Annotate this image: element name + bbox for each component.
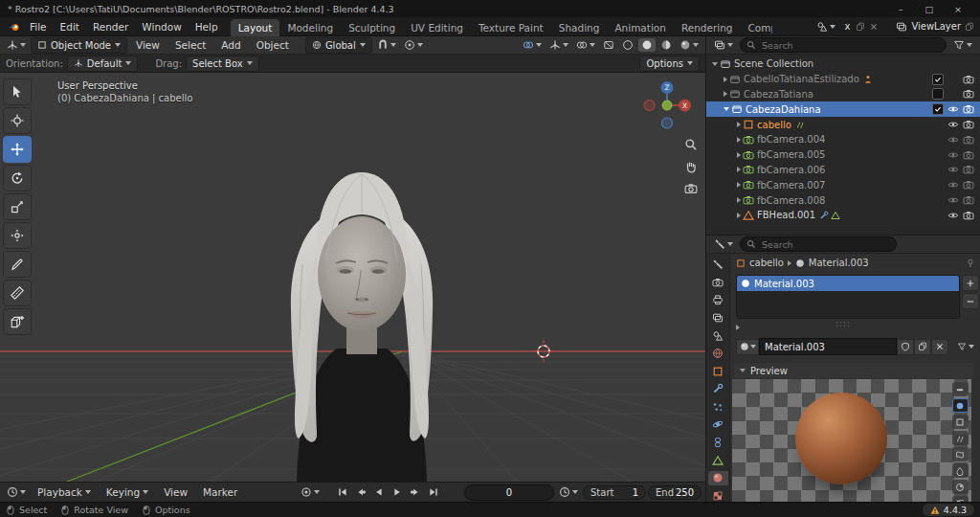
render-visibility-icon[interactable]	[963, 119, 974, 130]
marker-menu[interactable]: Marker	[196, 486, 244, 498]
preview-sphere-button[interactable]	[952, 398, 969, 413]
close-button[interactable]: ×	[944, 4, 972, 14]
maximize-button[interactable]: □	[915, 4, 944, 14]
hide-eye-icon[interactable]	[947, 210, 959, 221]
browse-material-button[interactable]	[736, 339, 759, 355]
material-slot-row[interactable]: Material.003	[737, 276, 959, 291]
scene-new-icon[interactable]	[856, 22, 865, 32]
expand-icon[interactable]	[724, 107, 729, 111]
tab-output[interactable]	[708, 293, 728, 307]
expand-icon[interactable]	[712, 62, 718, 66]
menu-help[interactable]: Help	[189, 21, 225, 33]
menu-select[interactable]: Select	[168, 39, 212, 51]
view-menu[interactable]: View	[157, 486, 194, 498]
outliner-filter-button[interactable]	[950, 38, 975, 52]
snap-toggle[interactable]	[374, 38, 399, 52]
tab-material[interactable]	[708, 471, 728, 485]
pan-hand-icon[interactable]	[684, 160, 698, 173]
visibility-dropdown[interactable]	[520, 38, 545, 52]
expand-icon[interactable]	[737, 167, 741, 172]
version-badge[interactable]: 4.4.3	[923, 504, 974, 516]
expand-icon[interactable]	[737, 122, 741, 127]
render-visibility-icon[interactable]	[963, 194, 974, 206]
render-visibility-icon[interactable]	[963, 164, 974, 175]
next-keyframe-button[interactable]	[407, 485, 423, 500]
menu-object[interactable]: Object	[250, 39, 296, 51]
render-visibility-icon[interactable]	[963, 103, 974, 115]
add-slot-button[interactable]	[962, 275, 979, 291]
workspace-tab-modeling[interactable]: Modeling	[279, 19, 341, 36]
render-visibility-icon[interactable]	[963, 149, 974, 161]
pin-icon[interactable]	[966, 258, 975, 268]
hide-eye-icon[interactable]	[947, 179, 959, 191]
tool-rotate[interactable]	[3, 165, 32, 191]
outliner-row-cabezatatiana[interactable]: CabezaTatiana	[706, 87, 980, 102]
workspace-tab-rendering[interactable]: Rendering	[674, 19, 741, 36]
properties-search-input[interactable]	[760, 238, 890, 251]
material-slot-list[interactable]: Material.003	[736, 275, 960, 319]
preview-flat-button[interactable]	[952, 382, 969, 396]
drag-dropdown[interactable]: Select Box	[186, 56, 259, 72]
scene-browse-button[interactable]	[813, 20, 838, 34]
play-reverse-button[interactable]	[370, 485, 387, 500]
prev-keyframe-button[interactable]	[352, 485, 368, 500]
view-layer-new-icon[interactable]	[965, 22, 974, 32]
hide-eye-icon[interactable]	[947, 134, 959, 146]
render-visibility-icon[interactable]	[963, 179, 974, 191]
head-model[interactable]	[291, 172, 433, 482]
view-layer-name[interactable]: ViewLayer	[911, 21, 961, 32]
shading-wireframe-button[interactable]	[619, 38, 636, 52]
ortho-toggle-icon[interactable]	[684, 204, 698, 217]
scene-unlink-icon[interactable]	[869, 22, 879, 32]
viewport-3d[interactable]: User Perspective (0) CabezaDahiana | cab…	[0, 73, 705, 482]
shading-rendered-button[interactable]	[677, 38, 702, 52]
tab-particles[interactable]	[708, 400, 728, 415]
menu-add[interactable]: Add	[214, 39, 247, 51]
play-button[interactable]	[389, 485, 405, 500]
tool-transform[interactable]	[3, 222, 32, 249]
workspace-tab-layout[interactable]: Layout	[231, 19, 280, 36]
outliner-row-cabello[interactable]: cabello	[706, 117, 980, 132]
expand-icon[interactable]	[737, 213, 741, 218]
tool-annotate[interactable]	[3, 251, 32, 278]
workspace-tab-texture-paint[interactable]: Texture Paint	[471, 19, 551, 36]
outliner-row-scene-collection[interactable]: Scene Collection	[706, 56, 980, 72]
preview-cloth-button[interactable]	[952, 447, 969, 461]
expand-icon[interactable]	[737, 152, 741, 158]
transform-orientation-dropdown[interactable]: Global	[305, 37, 372, 54]
keying-menu[interactable]: Keying	[100, 486, 155, 498]
menu-view[interactable]: View	[129, 39, 167, 51]
tab-object-data[interactable]	[708, 453, 728, 467]
preview-panel-header[interactable]: Preview	[734, 363, 973, 378]
render-visibility-icon[interactable]	[963, 88, 974, 100]
fake-user-button[interactable]	[897, 339, 914, 355]
tool-select-box[interactable]	[3, 79, 32, 105]
zoom-icon[interactable]	[684, 138, 698, 151]
outliner-row-fbhead[interactable]: FBHead.001	[706, 208, 980, 223]
hide-eye-icon[interactable]	[947, 149, 959, 161]
remove-slot-button[interactable]	[962, 293, 979, 309]
hide-eye-icon[interactable]	[947, 103, 959, 115]
unlink-material-button[interactable]	[931, 339, 948, 355]
properties-search[interactable]	[740, 236, 897, 252]
frame-start-field[interactable]: Start1	[583, 485, 646, 500]
exclude-checkbox[interactable]	[932, 88, 944, 100]
menu-edit[interactable]: Edit	[54, 21, 86, 33]
timeline-editor-type-button[interactable]	[4, 485, 29, 499]
use-preview-range-toggle[interactable]	[556, 485, 581, 499]
tab-tool[interactable]	[708, 258, 728, 272]
expand-icon[interactable]	[724, 77, 727, 82]
tool-move[interactable]	[3, 136, 32, 163]
resize-grip[interactable]: ::::	[835, 319, 851, 328]
outliner-row-fbcamera008[interactable]: fbCamera.008	[706, 192, 980, 208]
workspace-tab-animation[interactable]: Animation	[607, 19, 674, 36]
preview-hair-button[interactable]	[952, 431, 969, 445]
navigation-gizmo[interactable]: Z X	[642, 80, 692, 130]
outliner-row-fbcamera005[interactable]: fbCamera.005	[706, 147, 980, 163]
outliner-row-fbcamera006[interactable]: fbCamera.006	[706, 163, 980, 178]
blender-logo-icon[interactable]	[8, 20, 21, 34]
datablock-filter-button[interactable]	[954, 341, 977, 352]
tab-object[interactable]	[708, 364, 728, 378]
outliner-row-fbcamera007[interactable]: fbCamera.007	[706, 177, 980, 192]
preview-shaderball-button[interactable]	[952, 480, 969, 494]
